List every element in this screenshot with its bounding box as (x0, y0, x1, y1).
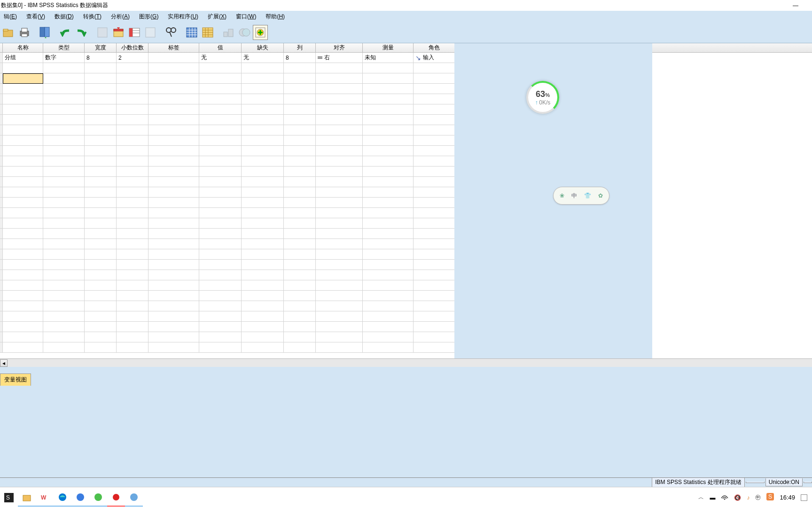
grid-cell[interactable] (414, 156, 455, 167)
col-role[interactable]: 角色 (414, 43, 455, 52)
tray-notifications-icon[interactable] (801, 494, 807, 501)
grid-cell[interactable] (43, 270, 85, 280)
find-icon[interactable] (164, 25, 179, 40)
tb-record[interactable] (107, 489, 125, 507)
grid-cell[interactable] (85, 218, 117, 229)
grid-cell[interactable] (414, 104, 455, 115)
grid-cell[interactable] (148, 280, 199, 291)
grid-cell[interactable] (148, 342, 199, 353)
grid-cell[interactable] (43, 332, 85, 342)
grid-cell[interactable] (3, 73, 43, 84)
grid-cell[interactable] (148, 270, 199, 280)
grid-cell[interactable] (284, 177, 316, 187)
grid-cell[interactable] (117, 146, 148, 156)
grid-cell[interactable] (148, 94, 199, 104)
grid-cell[interactable] (148, 73, 199, 84)
grid-cell[interactable] (414, 291, 455, 301)
grid-cell[interactable] (43, 73, 85, 84)
grid-cell[interactable] (148, 260, 199, 270)
menu-window[interactable]: 窗口(W) (232, 12, 260, 22)
grid-cell[interactable] (316, 342, 363, 353)
grid-cell[interactable] (242, 311, 284, 322)
grid-cell[interactable] (3, 311, 43, 322)
grid-cell[interactable] (284, 239, 316, 249)
variables-icon[interactable] (127, 25, 142, 40)
grid-cell[interactable] (199, 73, 242, 84)
grid-cell[interactable] (199, 249, 242, 260)
grid-cell[interactable] (117, 218, 148, 229)
grid-cell[interactable] (3, 322, 43, 332)
grid-cell[interactable] (363, 270, 414, 280)
grid-cell[interactable] (43, 104, 85, 115)
grid-cell[interactable] (148, 53, 199, 63)
grid-cell[interactable] (43, 249, 85, 260)
grid-cell[interactable] (316, 94, 363, 104)
grid-cell[interactable] (284, 94, 316, 104)
grid-cell[interactable] (284, 104, 316, 115)
grid-cell[interactable] (148, 63, 199, 73)
grid-cell[interactable] (148, 146, 199, 156)
grid-cell[interactable] (284, 135, 316, 146)
grid-cell[interactable] (148, 311, 199, 322)
grid-cell[interactable] (242, 332, 284, 342)
grid-cell[interactable] (148, 332, 199, 342)
grid-cell[interactable] (85, 187, 117, 198)
grid-cell[interactable] (284, 249, 316, 260)
grid-cell[interactable] (43, 198, 85, 208)
grid-cell[interactable] (316, 156, 363, 167)
goto-case-icon[interactable] (95, 25, 110, 40)
grid-cell[interactable] (242, 239, 284, 249)
grid-cell[interactable] (316, 146, 363, 156)
grid-cell[interactable] (199, 301, 242, 311)
grid-cell[interactable] (85, 291, 117, 301)
col-values[interactable]: 值 (199, 43, 242, 52)
grid-cell[interactable] (117, 167, 148, 177)
grid-cell[interactable] (43, 208, 85, 218)
grid-cell[interactable] (414, 198, 455, 208)
grid-cell[interactable] (316, 260, 363, 270)
grid-cell[interactable] (242, 125, 284, 135)
grid-cell[interactable] (414, 218, 455, 229)
grid-cell[interactable] (199, 218, 242, 229)
grid-cell[interactable] (148, 115, 199, 125)
grid-cell[interactable] (414, 135, 455, 146)
grid-cell[interactable] (43, 260, 85, 270)
grid-cell[interactable] (363, 291, 414, 301)
scroll-left-icon[interactable]: ◂ (0, 359, 8, 367)
grid-cell[interactable] (117, 342, 148, 353)
grid-cell[interactable] (43, 280, 85, 291)
grid-cell[interactable] (316, 218, 363, 229)
grid-cell[interactable] (148, 239, 199, 249)
grid-cell[interactable] (148, 301, 199, 311)
tb-browser2[interactable] (71, 489, 89, 507)
grid-cell[interactable] (199, 229, 242, 239)
grid-cell[interactable] (3, 104, 43, 115)
grid-cell[interactable] (363, 280, 414, 291)
grid-cell[interactable] (3, 63, 43, 73)
grid-cell[interactable] (199, 104, 242, 115)
grid-cell[interactable] (199, 187, 242, 198)
grid-cell[interactable] (3, 229, 43, 239)
grid-cell[interactable] (199, 125, 242, 135)
grid-cell[interactable] (117, 301, 148, 311)
weight-cases-icon[interactable] (200, 25, 215, 40)
grid-cell[interactable] (414, 208, 455, 218)
ime-settings-icon[interactable]: ✿ (598, 192, 603, 199)
grid-cell[interactable] (242, 177, 284, 187)
grid-cell[interactable] (199, 115, 242, 125)
grid-cell[interactable] (3, 115, 43, 125)
grid-cell[interactable] (148, 135, 199, 146)
grid-cell[interactable] (242, 280, 284, 291)
grid-cell[interactable] (414, 63, 455, 73)
grid-cell[interactable] (242, 115, 284, 125)
grid-cell[interactable] (85, 177, 117, 187)
grid-cell[interactable] (316, 73, 363, 84)
grid-cell[interactable] (85, 94, 117, 104)
grid-cell[interactable] (43, 187, 85, 198)
grid-cell[interactable] (363, 115, 414, 125)
grid-cell[interactable] (316, 332, 363, 342)
grid-cell[interactable] (414, 332, 455, 342)
grid-cell[interactable] (117, 104, 148, 115)
grid-cell[interactable] (316, 198, 363, 208)
menu-help[interactable]: 帮助(H) (262, 12, 289, 22)
